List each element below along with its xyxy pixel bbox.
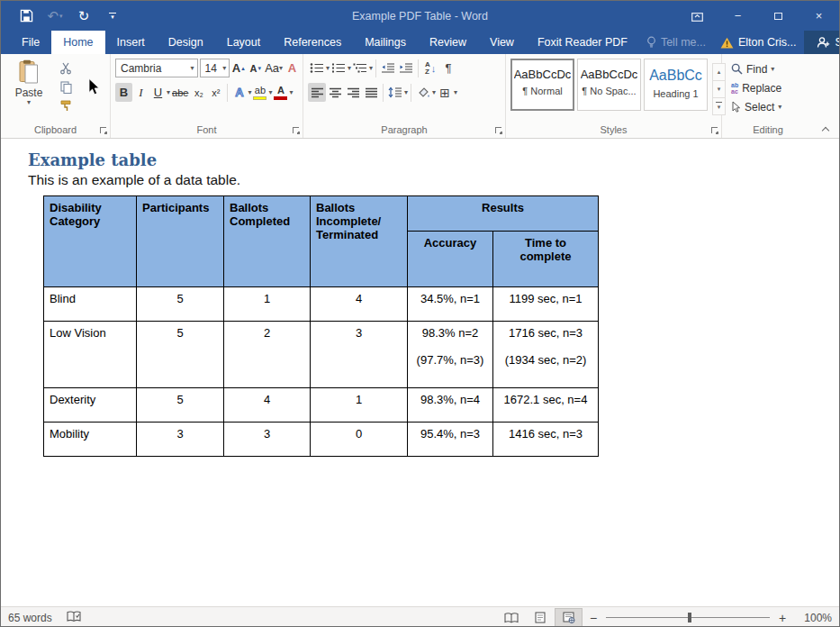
zoom-level[interactable]: 100% — [796, 612, 832, 624]
cell-time[interactable]: 1716 sec, n=3 (1934 sec, n=2) — [493, 322, 599, 388]
header-results[interactable]: Results — [408, 196, 599, 232]
cut-button[interactable] — [55, 59, 77, 77]
multilevel-dropdown-icon[interactable]: ▾ — [369, 65, 373, 72]
align-center-button[interactable] — [326, 83, 344, 102]
borders-button[interactable]: ⊞ — [436, 83, 454, 102]
clipboard-dialog-launcher[interactable] — [100, 127, 106, 133]
zoom-in-button[interactable]: + — [774, 611, 790, 625]
cell-time[interactable]: 1416 sec, n=3 — [493, 423, 599, 457]
tab-home[interactable]: Home — [51, 31, 104, 54]
font-name-combobox[interactable]: Cambria ▾ — [115, 59, 198, 77]
header-accuracy[interactable]: Accuracy — [408, 232, 493, 287]
cell-accuracy[interactable]: 98.3% n=2 (97.7%, n=3) — [408, 322, 493, 388]
text-effects-button[interactable]: A — [230, 83, 248, 102]
web-layout-button[interactable] — [555, 608, 583, 627]
align-left-button[interactable] — [308, 83, 326, 102]
superscript-button[interactable]: x² — [207, 83, 224, 102]
cell-incomplete[interactable]: 4 — [311, 287, 408, 322]
subscript-button[interactable]: x₂ — [190, 83, 207, 102]
cell-participants[interactable]: 5 — [137, 322, 224, 388]
word-count[interactable]: 65 words — [8, 612, 52, 624]
line-spacing-button[interactable] — [386, 83, 404, 102]
save-icon[interactable] — [12, 5, 41, 28]
print-layout-button[interactable] — [526, 608, 554, 627]
font-color-button[interactable]: A — [272, 83, 289, 102]
multilevel-list-button[interactable] — [351, 59, 369, 77]
tab-review[interactable]: Review — [418, 31, 478, 54]
tab-foxit-reader-pdf[interactable]: Foxit Reader PDF — [526, 31, 639, 54]
header-ballots-incomplete[interactable]: Ballots Incomplete/ Terminated — [311, 196, 408, 287]
share-button[interactable]: Share — [804, 31, 840, 54]
bullets-button[interactable] — [308, 59, 326, 77]
cell-accuracy[interactable]: 98.3%, n=4 — [408, 388, 493, 423]
cell-category[interactable]: Dexterity — [44, 388, 137, 423]
ribbon-display-options-button[interactable] — [677, 1, 718, 31]
tab-insert[interactable]: Insert — [105, 31, 157, 54]
style-normal[interactable]: AaBbCcDc ¶ Normal — [510, 59, 574, 111]
repeat-button[interactable]: ↻ — [69, 5, 98, 28]
underline-button[interactable]: U — [149, 83, 167, 102]
tab-references[interactable]: References — [272, 31, 353, 54]
justify-button[interactable] — [362, 83, 380, 102]
minimize-button[interactable]: − — [718, 1, 758, 31]
decrease-indent-button[interactable] — [379, 59, 397, 77]
highlight-color-button[interactable]: ab — [251, 83, 268, 102]
format-painter-button[interactable] — [55, 96, 77, 115]
style-heading-1[interactable]: AaBbCc Heading 1 — [644, 59, 708, 111]
style-no-spacing[interactable]: AaBbCcDc ¶ No Spac... — [577, 59, 641, 111]
sort-button[interactable]: AZ ↓ — [421, 59, 439, 77]
header-disability-category[interactable]: Disability Category — [44, 196, 137, 287]
tell-me-box[interactable]: Tell me... — [639, 31, 713, 54]
header-ballots-completed[interactable]: Ballots Completed — [224, 196, 311, 287]
tab-file[interactable]: File — [10, 31, 51, 54]
copy-button[interactable] — [55, 77, 77, 96]
font-color-dropdown-icon[interactable]: ▾ — [289, 89, 293, 96]
close-button[interactable]: × — [799, 1, 839, 31]
zoom-out-button[interactable]: − — [585, 611, 601, 625]
cell-participants[interactable]: 5 — [137, 287, 224, 322]
doc-intro-paragraph[interactable]: This is an example of a data table. — [28, 172, 839, 188]
select-button[interactable]: Select ▾ — [731, 97, 781, 116]
cell-completed[interactable]: 3 — [224, 423, 311, 457]
grow-font-button[interactable]: A▴ — [230, 59, 247, 77]
undo-button[interactable]: ↶ ▾ — [41, 5, 69, 28]
numbering-button[interactable] — [330, 59, 348, 77]
cell-category[interactable]: Mobility — [44, 423, 137, 457]
maximize-button[interactable] — [758, 1, 799, 31]
line-spacing-dropdown-icon[interactable]: ▾ — [404, 89, 408, 96]
account-button[interactable]: Elton Cris... — [713, 31, 804, 54]
cell-participants[interactable]: 3 — [137, 423, 224, 457]
increase-indent-button[interactable] — [397, 59, 415, 77]
replace-button[interactable]: ab ac Replace — [731, 78, 781, 97]
shading-button[interactable] — [414, 83, 432, 102]
read-mode-button[interactable] — [497, 608, 525, 627]
document-canvas[interactable]: Example table This is an example of a da… — [1, 139, 839, 606]
doc-heading[interactable]: Example table — [28, 150, 839, 169]
paragraph-dialog-launcher[interactable] — [495, 127, 501, 133]
cell-completed[interactable]: 2 — [224, 322, 311, 388]
shrink-font-button[interactable]: A▾ — [247, 59, 264, 77]
font-size-combobox[interactable]: 14 ▾ — [200, 59, 230, 77]
proofing-status-button[interactable] — [67, 611, 81, 625]
cell-accuracy[interactable]: 34.5%, n=1 — [408, 287, 493, 322]
cell-participants[interactable]: 5 — [137, 388, 224, 423]
bold-button[interactable]: B — [115, 83, 132, 102]
cell-time[interactable]: 1672.1 sec, n=4 — [493, 388, 599, 423]
header-time-to-complete[interactable]: Time to complete — [493, 232, 599, 287]
paste-button[interactable]: Paste ▾ — [8, 54, 50, 122]
italic-button[interactable]: I — [132, 83, 149, 102]
cell-category[interactable]: Blind — [44, 287, 137, 322]
tab-mailings[interactable]: Mailings — [353, 31, 418, 54]
cell-incomplete[interactable]: 3 — [311, 322, 408, 388]
cell-completed[interactable]: 1 — [224, 287, 311, 322]
collapse-ribbon-button[interactable] — [823, 125, 830, 132]
tab-view[interactable]: View — [478, 31, 526, 54]
cell-incomplete[interactable]: 1 — [311, 388, 408, 423]
styles-dialog-launcher[interactable] — [711, 127, 718, 133]
cell-completed[interactable]: 4 — [224, 388, 311, 423]
tab-layout[interactable]: Layout — [215, 31, 273, 54]
font-dialog-launcher[interactable] — [293, 127, 299, 133]
zoom-slider-thumb[interactable] — [688, 613, 691, 622]
align-right-button[interactable] — [344, 83, 362, 102]
customize-qat-button[interactable]: ▾ — [98, 5, 127, 28]
